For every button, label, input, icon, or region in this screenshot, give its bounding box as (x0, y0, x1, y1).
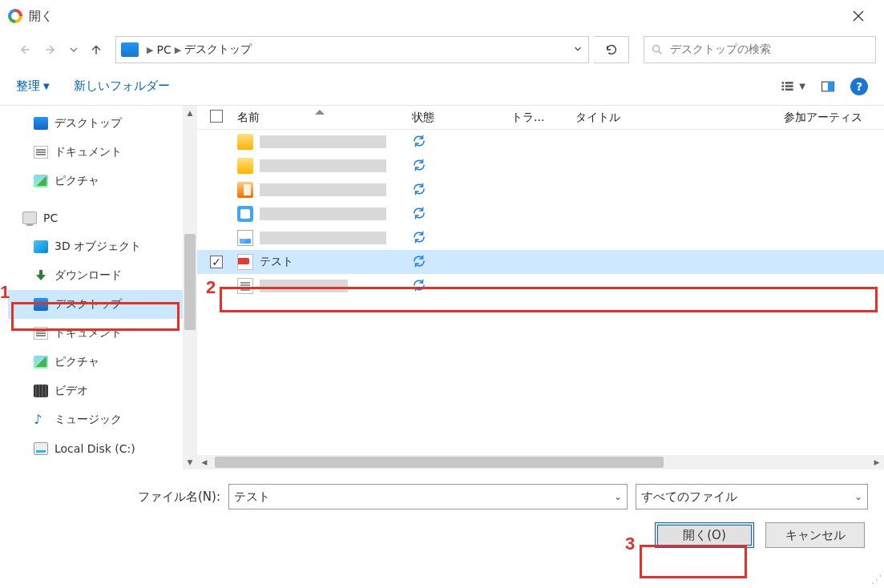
svg-rect-5 (785, 85, 793, 87)
filename-input[interactable]: テスト ⌄ (228, 484, 628, 509)
recent-locations-button[interactable] (67, 38, 80, 61)
file-type-value: すべてのファイル (641, 489, 737, 505)
svg-rect-6 (785, 88, 793, 91)
scroll-down-icon[interactable]: ▼ (183, 455, 197, 469)
select-all-checkbox[interactable] (210, 110, 223, 123)
sync-icon (412, 210, 426, 223)
address-dropdown[interactable] (572, 43, 583, 57)
svg-rect-8 (828, 82, 834, 91)
resize-grip[interactable]: ⋰ (871, 575, 882, 586)
sidebar-item-pictures[interactable]: ピクチャ (8, 348, 197, 377)
tree-label: PC (43, 211, 58, 224)
sidebar-item-desktop-quick[interactable]: デスクトップ (8, 109, 197, 138)
row-checkbox[interactable]: ✓ (210, 256, 223, 268)
refresh-icon (605, 43, 618, 56)
column-artist[interactable]: 参加アーティス (779, 111, 884, 125)
sidebar-item-documents[interactable]: ドキュメント (8, 319, 197, 348)
tree-label: デスクトップ (54, 116, 122, 131)
crumb-separator: ▶ (143, 45, 156, 55)
tree-label: ミュージック (54, 413, 122, 427)
close-button[interactable] (841, 0, 876, 32)
file-name: テスト (260, 255, 293, 269)
column-checkbox[interactable] (205, 110, 232, 125)
sidebar-item-local-disk[interactable]: Local Disk (C:) (8, 434, 197, 463)
obscured-name (260, 183, 386, 196)
desktop-icon (34, 117, 48, 130)
location-icon (121, 42, 139, 57)
document-icon (34, 327, 48, 340)
scroll-right-icon[interactable]: ▶ (870, 455, 884, 469)
tree-label: ピクチャ (54, 174, 99, 188)
file-type-combo[interactable]: すべてのファイル ⌄ (636, 484, 868, 509)
tree-label: ダウンロード (54, 268, 122, 283)
obscured-name (260, 232, 386, 244)
file-row[interactable] (197, 130, 884, 154)
column-name[interactable]: 名前 (232, 111, 407, 125)
organize-label: 整理 (16, 79, 40, 94)
3d-objects-icon (34, 240, 48, 253)
help-button[interactable]: ? (850, 78, 868, 95)
view-options-button[interactable]: ▼ (780, 79, 805, 95)
obscured-name (260, 135, 386, 148)
text-file-icon (237, 278, 253, 294)
disk-icon (34, 442, 48, 455)
crumb-separator: ▶ (172, 45, 184, 55)
file-row[interactable] (197, 274, 884, 298)
sidebar-item-desktop[interactable]: デスクトップ (8, 290, 197, 319)
obscured-name (260, 159, 386, 172)
forward-button[interactable] (40, 38, 63, 61)
pdf-file-icon (237, 254, 253, 270)
cancel-button-label: キャンセル (785, 528, 846, 543)
scroll-up-icon[interactable]: ▲ (183, 106, 197, 120)
up-button[interactable] (85, 38, 107, 61)
sidebar-item-videos[interactable]: ビデオ (8, 377, 197, 405)
scrollbar-thumb[interactable] (215, 457, 664, 468)
address-bar[interactable]: ▶ PC ▶ デスクトップ (115, 36, 589, 63)
column-title[interactable]: タイトル (571, 111, 779, 125)
horizontal-scrollbar[interactable]: ◀ ▶ (197, 455, 884, 469)
chevron-down-icon[interactable]: ⌄ (614, 491, 622, 502)
file-row[interactable] (197, 154, 884, 178)
chevron-down-icon[interactable]: ⌄ (854, 491, 862, 502)
sync-icon (412, 234, 426, 247)
column-status[interactable]: 状態 (407, 111, 507, 125)
videos-icon (34, 385, 48, 397)
file-row-selected[interactable]: ✓ テスト (197, 250, 884, 274)
svg-point-0 (653, 46, 660, 52)
sidebar-item-downloads[interactable]: ダウンロード (8, 261, 197, 290)
sidebar-scrollbar[interactable]: ▲ ▼ (183, 106, 197, 469)
sidebar-item-documents-quick[interactable]: ドキュメント (8, 138, 197, 167)
file-row[interactable] (197, 178, 884, 202)
cancel-button[interactable]: キャンセル (765, 522, 865, 548)
sidebar-item-pc[interactable]: PC (8, 203, 197, 232)
search-input[interactable]: デスクトップの検索 (644, 36, 876, 63)
app-icon (237, 206, 253, 222)
sidebar-item-3d-objects[interactable]: 3D オブジェクト (8, 232, 197, 261)
file-row[interactable] (197, 202, 884, 226)
column-track[interactable]: トラ... (507, 111, 571, 125)
sidebar-item-music[interactable]: ♪ミュージック (8, 405, 197, 434)
back-button[interactable] (13, 38, 35, 61)
crumb-pc[interactable]: PC (156, 43, 171, 56)
crumb-desktop[interactable]: デスクトップ (184, 42, 252, 57)
scroll-left-icon[interactable]: ◀ (197, 455, 212, 469)
open-button[interactable]: 開く(O) (655, 522, 754, 548)
organize-menu[interactable]: 整理 ▼ (16, 79, 50, 94)
refresh-button[interactable] (594, 36, 629, 63)
folder-icon (237, 158, 253, 174)
arrow-up-icon (89, 42, 103, 57)
sync-icon (412, 282, 426, 295)
tree-label: ビデオ (54, 384, 88, 398)
file-row[interactable] (197, 226, 884, 250)
chevron-down-icon (572, 43, 583, 54)
svg-rect-3 (782, 88, 785, 91)
scrollbar-thumb[interactable] (184, 234, 196, 330)
document-icon (34, 146, 48, 159)
preview-pane-button[interactable] (820, 79, 836, 95)
new-folder-button[interactable]: 新しいフォルダー (74, 79, 170, 94)
chevron-down-icon: ▼ (43, 82, 50, 91)
chevron-down-icon: ▼ (799, 82, 805, 91)
sidebar-item-pictures-quick[interactable]: ピクチャ (8, 167, 197, 195)
filename-label: ファイル名(N): (138, 489, 220, 505)
tree-label: 3D オブジェクト (54, 240, 141, 254)
